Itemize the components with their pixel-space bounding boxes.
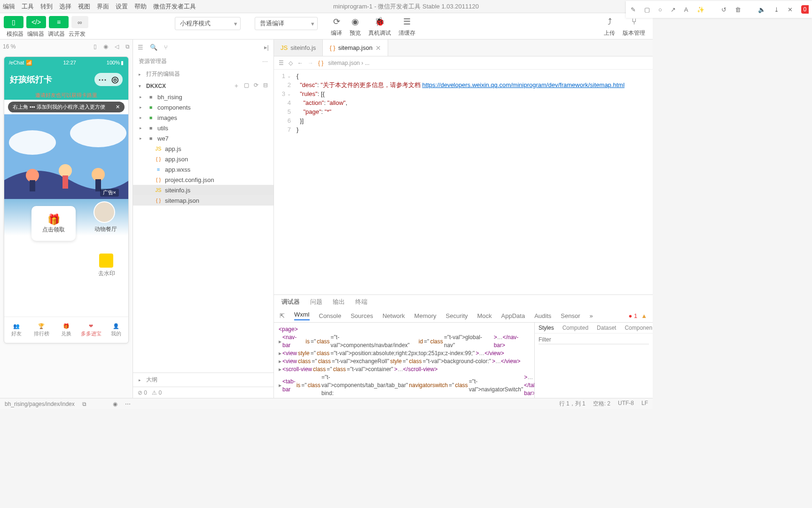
dt2-security[interactable]: Security	[446, 312, 468, 319]
menu-settings[interactable]: 设置	[116, 2, 128, 11]
tab-friends[interactable]: 👥好友	[4, 317, 29, 343]
copy-icon[interactable]: ⧉	[125, 43, 130, 50]
branch-icon[interactable]: ⑂	[164, 44, 168, 51]
menu-edit[interactable]: 编辑	[3, 2, 15, 11]
menu-goto[interactable]: 转到	[40, 2, 53, 11]
tab-me[interactable]: 👤我的	[103, 317, 128, 343]
trash-icon[interactable]: 🗑	[735, 6, 741, 13]
menu-icon[interactable]: ☰	[279, 60, 284, 66]
tab-sitemap[interactable]: { }sitemap.json✕	[323, 40, 388, 56]
dt-tab-output[interactable]: 输出	[333, 298, 345, 306]
file-sitemap.json[interactable]: { }sitemap.json	[133, 195, 273, 206]
new-file-icon[interactable]: ＋	[234, 82, 239, 90]
tab-exchange[interactable]: 🎁兑换	[54, 317, 79, 343]
err-icon[interactable]: ⊘ 0	[138, 389, 147, 396]
bug-icon[interactable]: 🐞	[374, 16, 385, 27]
cursor-pos[interactable]: 行 1，列 1	[559, 400, 586, 408]
file-we7[interactable]: ▸■we7	[133, 133, 273, 143]
file-project.config.json[interactable]: { }project.config.json	[133, 175, 273, 185]
menu-devtools[interactable]: 微信开发者工具	[153, 2, 196, 11]
dt-tab-terminal[interactable]: 终端	[355, 298, 367, 306]
target-icon[interactable]: ◎	[111, 74, 119, 85]
copy-path-icon[interactable]: ⧉	[82, 401, 86, 407]
tab-rank[interactable]: 🏆排行榜	[29, 317, 54, 343]
ad-tag[interactable]: 广告×	[100, 189, 119, 197]
indent-info[interactable]: 空格: 2	[593, 400, 610, 408]
side-styles[interactable]: Styles	[539, 325, 554, 331]
side-computed[interactable]: Computed	[562, 325, 588, 331]
capsule-menu[interactable]: ⋯◎	[94, 73, 123, 86]
file-images[interactable]: ▸■images	[133, 112, 273, 123]
record-badge[interactable]: 0	[801, 5, 809, 14]
new-folder-icon[interactable]: ▢	[244, 82, 249, 90]
fwd-icon[interactable]: →	[308, 60, 313, 66]
collapse-icon[interactable]: ▸|	[264, 44, 269, 51]
clear-cache-icon[interactable]: ☰	[401, 16, 413, 27]
search-icon[interactable]: 🔍	[150, 44, 157, 51]
outline-section[interactable]: ▸大纲	[133, 373, 273, 387]
more-icon[interactable]: ⋯	[262, 58, 268, 65]
mute-icon[interactable]: ◁	[115, 43, 119, 50]
inspect-icon[interactable]: ⇱	[280, 312, 285, 319]
bookmark-icon[interactable]: ◇	[289, 60, 293, 66]
menu-help[interactable]: 帮助	[134, 2, 147, 11]
file-bh_rising[interactable]: ▸■bh_rising	[133, 92, 273, 102]
close-tab-icon[interactable]: ✕	[375, 44, 381, 52]
rotate-icon[interactable]: ▯	[94, 43, 97, 50]
file-components[interactable]: ▸■components	[133, 102, 273, 112]
list-icon[interactable]: ☰	[138, 44, 143, 51]
phone-preview[interactable]: /eChat📶 12:27 100%▮ 好孩纸打卡 ⋯◎ 邀请好友也可以获得卡路…	[4, 56, 129, 343]
wand-icon[interactable]: ✨	[697, 6, 704, 13]
simulator-toggle-button[interactable]: ▯	[4, 16, 23, 28]
dt2-mock[interactable]: Mock	[477, 312, 492, 319]
text-icon[interactable]: A	[684, 6, 688, 13]
project-root[interactable]: ▾DKXCX ＋ ▢ ⟳ ⊟	[133, 80, 273, 92]
close-icon[interactable]: ✕	[116, 104, 120, 110]
debugger-toggle-button[interactable]: ≡	[49, 16, 69, 28]
animal-avatar[interactable]	[94, 201, 115, 223]
dt2-network[interactable]: Network	[383, 312, 405, 319]
eye-status-icon[interactable]: ◉	[113, 401, 117, 407]
file-utils[interactable]: ▸■utils	[133, 123, 273, 133]
code-editor[interactable]: 1 ⌄23 ⌄4567 { "desc": "关于本文件的更多信息，请参考文档 …	[274, 70, 653, 294]
circle-icon[interactable]: ○	[658, 6, 662, 13]
filter-input[interactable]	[539, 335, 649, 344]
file-app.wxss[interactable]: ≡app.wxss	[133, 164, 273, 175]
click-receive-card[interactable]: 🎁点击领取	[31, 206, 76, 241]
rect-icon[interactable]: ▢	[644, 6, 650, 13]
cloud-toggle-button[interactable]: ∞	[71, 16, 88, 28]
menu-interface[interactable]: 界面	[97, 2, 109, 11]
eye-icon[interactable]: ◉	[350, 16, 361, 27]
dt2-sources[interactable]: Sources	[351, 312, 373, 319]
dom-tree[interactable]: <page>▸ <nav-bar is="class="t-val">compo…	[274, 323, 534, 398]
open-editors-section[interactable]: ▸打开的编辑器	[133, 68, 273, 80]
eol-info[interactable]: LF	[641, 400, 648, 408]
menu-tools[interactable]: 工具	[22, 2, 34, 11]
editor-toggle-button[interactable]: </>	[26, 16, 46, 28]
menu-select[interactable]: 选择	[59, 2, 71, 11]
watermark-square[interactable]	[99, 254, 113, 268]
download-icon[interactable]: ⤓	[774, 6, 779, 13]
pen-icon[interactable]: ✎	[631, 6, 636, 13]
undo-icon[interactable]: ↺	[721, 6, 726, 13]
more-status-icon[interactable]: ⋯	[125, 401, 131, 407]
tab-ddgb[interactable]: ❤多多进宝	[78, 317, 103, 343]
warn-icon[interactable]: ⚠ 0	[152, 389, 162, 396]
dt2-audits[interactable]: Audits	[534, 312, 551, 319]
warning-badge[interactable]: ▲	[641, 312, 647, 319]
close-anno-icon[interactable]: ✕	[788, 6, 793, 13]
reload-icon[interactable]: ⟳	[331, 16, 342, 27]
dt2-appdata[interactable]: AppData	[501, 312, 525, 319]
arrow-icon[interactable]: ↗	[671, 6, 676, 13]
file-siteinfo.js[interactable]: JSsiteinfo.js	[133, 185, 273, 195]
dt2-sensor[interactable]: Sensor	[561, 312, 580, 319]
side-dataset[interactable]: Dataset	[597, 325, 616, 331]
dt-tab-problems[interactable]: 问题	[310, 298, 322, 306]
more-tabs-icon[interactable]: »	[590, 312, 593, 319]
sound-icon[interactable]: 🔈	[758, 6, 765, 13]
record-icon[interactable]: ◉	[103, 43, 108, 50]
side-component[interactable]: Componen	[625, 325, 652, 331]
refresh-icon[interactable]: ⟳	[254, 82, 258, 90]
compile-select[interactable]: 普通编译	[255, 17, 318, 30]
back-icon[interactable]: ←	[297, 60, 303, 66]
